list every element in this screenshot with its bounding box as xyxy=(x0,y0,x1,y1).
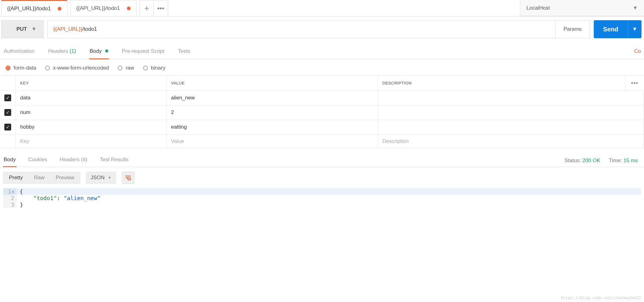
table-row[interactable]: ✓ hobby eatting xyxy=(0,120,644,135)
body-indicator-icon xyxy=(105,49,108,53)
environment-select[interactable]: LocalHost ▼ xyxy=(520,0,644,16)
params-button[interactable]: Params xyxy=(556,20,590,38)
wrap-icon xyxy=(125,175,132,181)
format-select[interactable]: JSON ▼ xyxy=(86,172,116,184)
wrap-lines-button[interactable] xyxy=(122,172,135,184)
chevron-down-icon: ▼ xyxy=(632,26,637,32)
checkbox-checked-icon[interactable]: ✓ xyxy=(4,124,11,130)
table-row-empty[interactable]: Key Value Description xyxy=(0,135,644,149)
table-menu-button[interactable]: ••• xyxy=(625,76,644,91)
view-pretty[interactable]: Pretty xyxy=(3,172,28,183)
fold-icon[interactable]: ▼ xyxy=(12,190,14,194)
response-tab-headers[interactable]: Headers (4) xyxy=(59,157,88,167)
dots-icon: ••• xyxy=(157,4,164,12)
time-value: 15 ms xyxy=(624,158,638,163)
checkbox-checked-icon[interactable]: ✓ xyxy=(4,94,11,101)
view-raw[interactable]: Raw xyxy=(28,172,50,183)
tab-label: {{API_URL}}/todo1 xyxy=(7,6,51,12)
view-mode-segment: Pretty Raw Preview xyxy=(3,172,80,184)
description-cell[interactable] xyxy=(378,120,644,135)
dirty-dot-icon xyxy=(58,7,61,11)
body-type-binary[interactable]: binary xyxy=(143,65,165,71)
radio-icon xyxy=(118,66,123,71)
new-tab-button[interactable] xyxy=(140,0,154,16)
status-meta: Status: 200 OK xyxy=(565,158,600,164)
method-label: PUT xyxy=(16,26,27,32)
form-data-table: KEY VALUE DESCRIPTION ••• ✓ data alien_n… xyxy=(0,76,644,149)
response-headers-count: (4) xyxy=(81,157,87,162)
send-button[interactable]: Send ▼ xyxy=(594,20,642,38)
col-key: KEY xyxy=(16,76,167,91)
response-tab-test-results[interactable]: Test Results xyxy=(99,157,129,167)
code-link[interactable]: Co xyxy=(634,46,641,59)
method-select[interactable]: PUT ▼ xyxy=(1,20,44,38)
value-placeholder[interactable]: Value xyxy=(167,135,378,149)
response-body-code[interactable]: 1▼ { 2 "todo1": "alien_new" 3 } xyxy=(0,187,644,214)
plus-icon xyxy=(144,5,150,11)
tab-menu-button[interactable]: ••• xyxy=(154,0,168,16)
table-header-row: KEY VALUE DESCRIPTION ••• xyxy=(0,76,644,91)
body-type-form-data[interactable]: form-data xyxy=(6,65,36,71)
headers-count: (1) xyxy=(69,48,76,54)
status-value: 200 OK xyxy=(582,158,600,163)
chevron-down-icon: ▼ xyxy=(31,26,37,32)
url-variable: {{API_URL}} xyxy=(53,26,83,32)
description-cell[interactable] xyxy=(378,105,644,120)
time-meta: Time: 15 ms xyxy=(609,158,638,164)
tab-label: {{API_URL}}/todo1 xyxy=(76,5,120,11)
tab-pre-request-script[interactable]: Pre-request Script xyxy=(121,46,165,59)
send-label: Send xyxy=(594,20,628,38)
description-placeholder[interactable]: Description xyxy=(378,135,644,149)
value-cell[interactable]: eatting xyxy=(167,120,378,135)
chevron-down-icon: ▼ xyxy=(633,5,638,11)
col-value: VALUE xyxy=(167,76,378,91)
value-cell[interactable]: alien_new xyxy=(167,91,378,105)
key-cell[interactable]: hobby xyxy=(16,120,167,135)
tab-body[interactable]: Body xyxy=(89,46,109,59)
value-cell[interactable]: 2 xyxy=(167,105,378,120)
request-tab-2[interactable]: {{API_URL}}/todo1 xyxy=(70,0,136,16)
key-cell[interactable]: data xyxy=(16,91,167,105)
checkbox-checked-icon[interactable]: ✓ xyxy=(4,109,11,116)
key-cell[interactable]: num xyxy=(16,105,167,120)
tab-tests[interactable]: Tests xyxy=(177,46,191,59)
key-placeholder[interactable]: Key xyxy=(16,135,167,149)
view-preview[interactable]: Preview xyxy=(50,172,80,183)
radio-selected-icon xyxy=(6,66,11,71)
body-type-raw[interactable]: raw xyxy=(118,65,134,71)
table-row[interactable]: ✓ num 2 xyxy=(0,105,644,120)
url-input[interactable]: {{API_URL}}/todo1 xyxy=(47,20,556,38)
body-type-urlencoded[interactable]: x-www-form-urlencoded xyxy=(45,65,109,71)
response-tab-body[interactable]: Body xyxy=(3,157,16,167)
radio-icon xyxy=(143,66,148,71)
chevron-down-icon: ▼ xyxy=(108,176,111,180)
dirty-dot-icon xyxy=(127,7,131,10)
url-path: /todo1 xyxy=(82,26,97,32)
table-row[interactable]: ✓ data alien_new xyxy=(0,91,644,105)
col-description: DESCRIPTION xyxy=(378,76,625,91)
radio-icon xyxy=(45,66,50,71)
response-tab-cookies[interactable]: Cookies xyxy=(28,157,48,167)
environment-label: LocalHost xyxy=(526,5,550,11)
description-cell[interactable] xyxy=(378,91,644,105)
request-tab-1[interactable]: {{API_URL}}/todo1 xyxy=(1,0,67,16)
tab-headers[interactable]: Headers (1) xyxy=(47,46,77,59)
tab-authorization[interactable]: Authorization xyxy=(3,46,35,59)
send-dropdown[interactable]: ▼ xyxy=(628,20,642,38)
